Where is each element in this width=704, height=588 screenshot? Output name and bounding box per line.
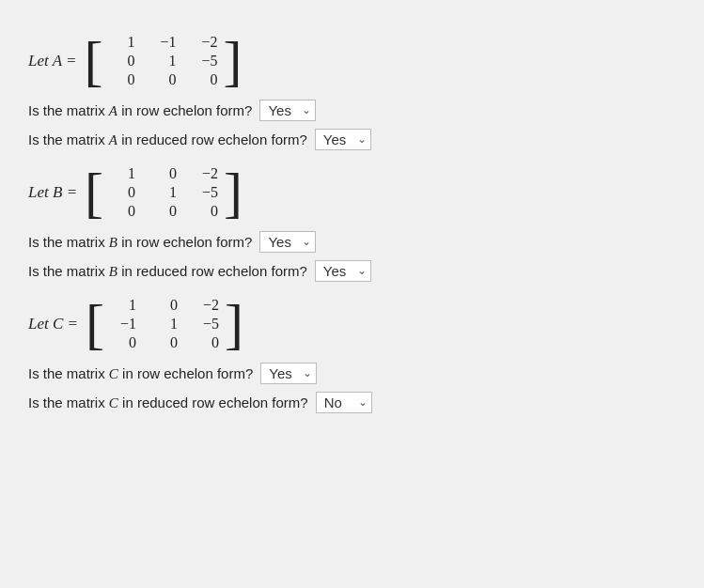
question-b-rref-text: Is the matrix B in reduced row echelon f… [28, 263, 307, 280]
question-c-rref-text: Is the matrix C in reduced row echelon f… [28, 395, 308, 411]
bracket-left-b: [ [85, 164, 103, 221]
bracket-right-b: ] [224, 164, 242, 221]
question-a-rref-select[interactable]: Yes No [315, 129, 371, 150]
matrix-a-grid: 1 −1 −2 0 1 −5 0 0 0 [102, 32, 223, 90]
question-a-ref-select[interactable]: Yes No [259, 100, 316, 121]
matrix-c-section: Let C = [ 1 0 −2 −1 1 −5 0 0 0 ] Is the … [28, 295, 676, 413]
question-b-ref-text: Is the matrix B in row echelon form? [28, 234, 252, 251]
question-c-rref-select[interactable]: Yes No [316, 392, 372, 413]
question-c-ref-select[interactable]: Yes No [260, 363, 317, 384]
matrix-b-label: Let B = [28, 183, 77, 202]
question-a-ref: Is the matrix A in row echelon form? Yes… [28, 100, 676, 121]
question-a-ref-text: Is the matrix A in row echelon form? [28, 102, 252, 119]
matrix-b-display: Let B = [ 1 0 −2 0 1 −5 0 0 0 ] [28, 163, 676, 222]
matrix-a-display: Let A = [ 1 −1 −2 0 1 −5 0 0 0 ] [28, 32, 676, 90]
matrix-b-bracket: [ 1 0 −2 0 1 −5 0 0 0 ] [85, 163, 242, 222]
matrix-a-label: Let A = [28, 52, 76, 70]
question-b-rref: Is the matrix B in reduced row echelon f… [28, 260, 676, 282]
bracket-left-c: [ [86, 296, 104, 352]
question-b-ref-dropdown-wrap: Yes No ⌄ [259, 231, 316, 253]
question-a-rref-text: Is the matrix A in reduced row echelon f… [28, 132, 307, 148]
matrix-c-display: Let C = [ 1 0 −2 −1 1 −5 0 0 0 ] [28, 295, 676, 353]
matrix-b-grid: 1 0 −2 0 1 −5 0 0 0 [103, 163, 224, 222]
matrix-c-bracket: [ 1 0 −2 −1 1 −5 0 0 0 ] [86, 295, 243, 353]
question-b-ref-select[interactable]: Yes No [259, 231, 316, 253]
bracket-right-c: ] [225, 296, 243, 352]
question-c-rref: Is the matrix C in reduced row echelon f… [28, 392, 676, 413]
question-c-ref-text: Is the matrix C in row echelon form? [28, 365, 253, 382]
matrix-a-bracket: [ 1 −1 −2 0 1 −5 0 0 0 ] [84, 32, 242, 90]
question-c-ref-dropdown-wrap: Yes No ⌄ [260, 363, 317, 384]
matrix-b-section: Let B = [ 1 0 −2 0 1 −5 0 0 0 ] Is the m… [28, 163, 676, 282]
bracket-right-a: ] [223, 33, 242, 89]
question-b-rref-dropdown-wrap: Yes No ⌄ [315, 260, 371, 282]
question-b-ref: Is the matrix B in row echelon form? Yes… [28, 231, 676, 253]
question-c-ref: Is the matrix C in row echelon form? Yes… [28, 363, 676, 384]
question-b-rref-select[interactable]: Yes No [315, 260, 371, 282]
question-a-rref-dropdown-wrap: Yes No ⌄ [315, 129, 371, 150]
bracket-left-a: [ [84, 33, 102, 89]
matrix-a-section: Let A = [ 1 −1 −2 0 1 −5 0 0 0 ] Is the … [28, 32, 676, 150]
question-a-rref: Is the matrix A in reduced row echelon f… [28, 129, 676, 150]
question-c-rref-dropdown-wrap: Yes No ⌄ [316, 392, 372, 413]
question-a-ref-dropdown-wrap: Yes No ⌄ [259, 100, 316, 121]
matrix-c-grid: 1 0 −2 −1 1 −5 0 0 0 [104, 295, 225, 353]
matrix-c-label: Let C = [28, 315, 78, 333]
